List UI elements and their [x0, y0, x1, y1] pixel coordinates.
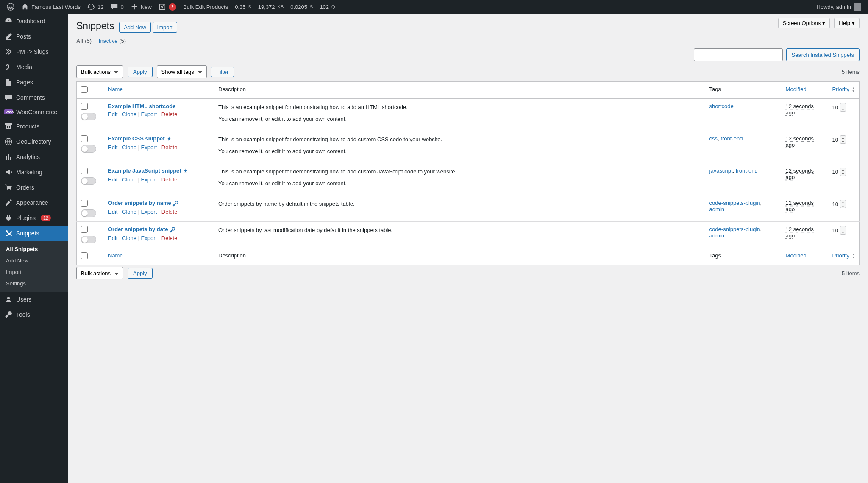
- snippet-title-link[interactable]: Order snippets by date: [108, 226, 168, 232]
- snippet-toggle[interactable]: [81, 236, 96, 243]
- menu-pm-slugs[interactable]: PM -> Slugs: [0, 44, 68, 59]
- apply-bulk-bottom[interactable]: Apply: [128, 268, 153, 279]
- menu-snippets[interactable]: Snippets: [0, 226, 68, 241]
- bulk-action-select-bottom[interactable]: Bulk actions: [76, 267, 123, 279]
- tag-link[interactable]: front-end: [736, 168, 758, 174]
- export-link[interactable]: Export: [141, 111, 157, 117]
- priority-stepper[interactable]: ▲▼: [840, 168, 846, 176]
- query-monitor-queries[interactable]: 102Q: [316, 0, 338, 14]
- menu-pages[interactable]: Pages: [0, 75, 68, 90]
- menu-appearance[interactable]: Appearance: [0, 195, 68, 210]
- edit-link[interactable]: Edit: [108, 209, 117, 215]
- bulk-action-select-top[interactable]: Bulk actions: [76, 65, 123, 78]
- search-input[interactable]: [694, 48, 783, 61]
- edit-link[interactable]: Edit: [108, 111, 117, 117]
- menu-plugins[interactable]: Plugins12: [0, 210, 68, 226]
- menu-media[interactable]: Media: [0, 59, 68, 75]
- yoast-link[interactable]: 2: [155, 0, 180, 14]
- submenu-add-new[interactable]: Add New: [0, 255, 68, 266]
- menu-users[interactable]: Users: [0, 292, 68, 307]
- delete-link[interactable]: Delete: [161, 176, 178, 183]
- clone-link[interactable]: Clone: [122, 235, 136, 241]
- tag-link[interactable]: shortcode: [709, 103, 734, 109]
- submenu-settings[interactable]: Settings: [0, 278, 68, 289]
- edit-link[interactable]: Edit: [108, 235, 117, 241]
- menu-products[interactable]: Products: [0, 119, 68, 134]
- export-link[interactable]: Export: [141, 209, 157, 215]
- row-checkbox[interactable]: [81, 226, 88, 233]
- new-content-link[interactable]: New: [127, 0, 155, 14]
- menu-woocommerce[interactable]: WooWooCommerce: [0, 105, 68, 119]
- tag-link[interactable]: css: [709, 135, 718, 142]
- clone-link[interactable]: Clone: [122, 209, 136, 215]
- screen-options-button[interactable]: Screen Options ▾: [778, 18, 830, 28]
- apply-bulk-top[interactable]: Apply: [128, 67, 153, 77]
- wp-logo[interactable]: [3, 0, 18, 14]
- menu-tools[interactable]: Tools: [0, 307, 68, 322]
- tag-link[interactable]: admin: [709, 232, 724, 239]
- delete-link[interactable]: Delete: [161, 235, 178, 241]
- menu-geodirectory[interactable]: GeoDirectory: [0, 134, 68, 149]
- clone-link[interactable]: Clone: [122, 144, 136, 151]
- col-priority-sort[interactable]: Priority▲▼: [832, 86, 855, 92]
- col-modified-sort[interactable]: Modified: [786, 86, 807, 92]
- bulk-edit-products-link[interactable]: Bulk Edit Products: [180, 0, 231, 14]
- edit-link[interactable]: Edit: [108, 176, 117, 183]
- menu-comments[interactable]: Comments: [0, 90, 68, 105]
- col-priority-sort-bottom[interactable]: Priority▲▼: [832, 252, 855, 259]
- tag-filter-select[interactable]: Show all tags: [157, 65, 207, 78]
- select-all-top[interactable]: [81, 86, 88, 93]
- help-button[interactable]: Help ▾: [834, 18, 860, 28]
- query-monitor-dbtime[interactable]: 0.0205S: [287, 0, 316, 14]
- clone-link[interactable]: Clone: [122, 176, 136, 183]
- snippet-toggle[interactable]: [81, 145, 96, 153]
- menu-posts[interactable]: Posts: [0, 29, 68, 44]
- search-button[interactable]: Search Installed Snippets: [786, 48, 860, 61]
- import-button[interactable]: Import: [153, 22, 178, 33]
- row-checkbox[interactable]: [81, 200, 88, 207]
- tag-link[interactable]: front-end: [721, 135, 743, 142]
- snippet-title-link[interactable]: Example JavaScript snippet: [108, 168, 181, 174]
- export-link[interactable]: Export: [141, 235, 157, 241]
- tag-link[interactable]: code-snippets-plugin: [709, 200, 760, 206]
- my-account-link[interactable]: Howdy, admin: [813, 0, 865, 14]
- tag-link[interactable]: admin: [709, 206, 724, 212]
- delete-link[interactable]: Delete: [161, 209, 178, 215]
- tag-link[interactable]: code-snippets-plugin: [709, 226, 760, 232]
- snippet-title-link[interactable]: Example HTML shortcode: [108, 103, 175, 109]
- priority-stepper[interactable]: ▲▼: [840, 103, 846, 112]
- site-name-link[interactable]: Famous Last Words: [18, 0, 84, 14]
- submenu-all-snippets[interactable]: All Snippets: [0, 243, 68, 255]
- row-checkbox[interactable]: [81, 135, 88, 142]
- snippet-toggle[interactable]: [81, 209, 96, 217]
- filter-button[interactable]: Filter: [211, 67, 234, 77]
- menu-analytics[interactable]: Analytics: [0, 149, 68, 165]
- add-new-button[interactable]: Add New: [119, 22, 151, 33]
- delete-link[interactable]: Delete: [161, 144, 178, 151]
- snippet-title-link[interactable]: Order snippets by name: [108, 200, 171, 206]
- query-monitor-time[interactable]: 0.35S: [231, 0, 255, 14]
- edit-link[interactable]: Edit: [108, 144, 117, 151]
- filter-inactive[interactable]: Inactive: [99, 38, 118, 44]
- select-all-bottom[interactable]: [81, 252, 88, 259]
- menu-marketing[interactable]: Marketing: [0, 165, 68, 180]
- snippet-toggle[interactable]: [81, 177, 96, 185]
- row-checkbox[interactable]: [81, 168, 88, 174]
- menu-dashboard[interactable]: Dashboard: [0, 14, 68, 29]
- priority-stepper[interactable]: ▲▼: [840, 200, 846, 208]
- col-name-sort-bottom[interactable]: Name: [108, 252, 123, 259]
- clone-link[interactable]: Clone: [122, 111, 136, 117]
- filter-all[interactable]: All: [76, 38, 83, 44]
- updates-link[interactable]: 12: [84, 0, 107, 14]
- export-link[interactable]: Export: [141, 144, 157, 151]
- menu-orders[interactable]: Orders: [0, 180, 68, 195]
- tag-link[interactable]: javascript: [709, 168, 733, 174]
- submenu-import[interactable]: Import: [0, 266, 68, 278]
- delete-link[interactable]: Delete: [161, 111, 178, 117]
- col-name-sort[interactable]: Name: [108, 86, 123, 92]
- priority-stepper[interactable]: ▲▼: [840, 135, 846, 144]
- priority-stepper[interactable]: ▲▼: [840, 226, 846, 235]
- col-modified-sort-bottom[interactable]: Modified: [786, 252, 807, 259]
- snippet-toggle[interactable]: [81, 113, 96, 120]
- snippet-title-link[interactable]: Example CSS snippet: [108, 135, 165, 142]
